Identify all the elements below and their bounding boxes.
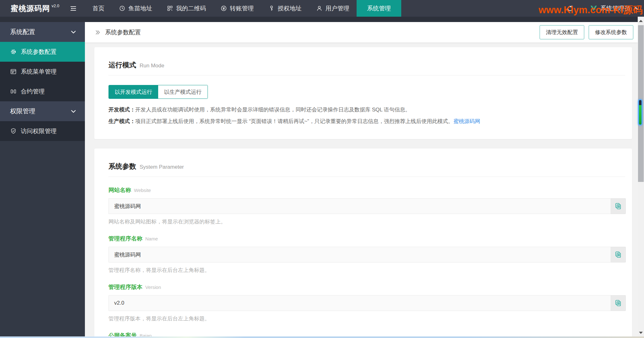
window-scrollbar <box>638 17 644 338</box>
sidebar-item-contracts[interactable]: 合约管理 <box>0 82 85 101</box>
sidebar-item-label: 系统参数配置 <box>21 48 57 56</box>
contract-icon <box>10 88 17 95</box>
nav-label: 转账管理 <box>230 4 254 13</box>
main-area: 系统参数配置 清理无效配置 修改系统参数 运行模式 Run Mode 以开发模式… <box>85 22 638 338</box>
admin-name-input[interactable] <box>108 247 611 262</box>
card-title: 运行模式 <box>108 60 136 70</box>
top-navbar: 蜜桃源码网 v2.0 首页 鱼苗地址 <box>0 0 644 17</box>
field-label: 管理程序名称 <box>108 235 142 242</box>
dev-mode-description: 开发模式：开发人员或在功能调试时使用，系统异常时会显示详细的错误信息，同时还会记… <box>108 106 626 114</box>
nav-item-user-management[interactable]: 用户管理 <box>309 0 357 17</box>
nav-item-fish-address[interactable]: 鱼苗地址 <box>112 0 159 17</box>
nav-item-system-management[interactable]: 系统管理 <box>357 0 401 17</box>
card-header: 系统参数 System Parameter <box>108 162 625 177</box>
nav-item-transfer[interactable]: 转账管理 <box>213 0 261 17</box>
toolbar: 清理无效配置 修改系统参数 <box>540 25 633 39</box>
scroll-position-marker[interactable] <box>638 99 642 126</box>
dev-mode-text: 开发人员或在功能调试时使用，系统异常时会显示详细的错误信息，同时还会记录操作日志… <box>135 107 411 113</box>
dev-mode-term: 开发模式： <box>108 107 135 113</box>
chevron-down-icon <box>71 110 76 113</box>
dev-mode-button[interactable]: 以开发模式运行 <box>109 85 158 99</box>
triangle-down-icon <box>639 332 643 334</box>
breadcrumb: 系统参数配置 <box>94 28 141 37</box>
field-admin-name: 管理程序名称 Name 管理程序名称，将显示在后台左上角标题。 <box>108 235 626 274</box>
content: 运行模式 Run Mode 以开发模式运行 以生产模式运行 开发模式：开发人员或… <box>85 42 638 338</box>
user-dropdown[interactable]: 系统管理员 <box>590 4 638 13</box>
copy-icon <box>615 251 622 258</box>
app-logo: 蜜桃源码网 v2.0 <box>0 0 61 17</box>
website-name-input[interactable] <box>108 198 611 214</box>
copy-icon <box>615 300 622 307</box>
card-subtitle: System Parameter <box>140 164 184 170</box>
header-shadow-band <box>0 17 644 22</box>
app-version: v2.0 <box>52 3 59 8</box>
user-icon <box>316 5 323 12</box>
card-subtitle: Run Mode <box>140 63 164 69</box>
nav-label: 鱼苗地址 <box>128 4 152 13</box>
modify-system-params-button[interactable]: 修改系统参数 <box>589 25 633 39</box>
sidebar-item-label: 合约管理 <box>21 87 45 96</box>
chevron-down-icon <box>71 30 76 34</box>
field-label: 网站名称 <box>108 186 131 194</box>
prod-mode-description: 生产模式：项目正式部署上线后使用，系统异常时统一显示 “页面错误！请稍后再试~”… <box>108 118 626 126</box>
double-chevron-right-icon <box>94 29 101 36</box>
clean-invalid-config-button[interactable]: 清理无效配置 <box>540 25 584 39</box>
group-label: 权限管理 <box>10 107 35 115</box>
refresh-icon <box>566 5 574 12</box>
nav-label: 系统管理 <box>367 4 391 13</box>
bottom-edge-strip <box>0 336 644 338</box>
sidebar-item-system-params[interactable]: 系统参数配置 <box>0 42 85 62</box>
page-title: 系统参数配置 <box>105 28 141 37</box>
chevron-up-icon <box>633 7 638 10</box>
top-menu: 首页 鱼苗地址 我的二维码 <box>85 0 401 17</box>
nav-item-home[interactable]: 首页 <box>85 0 112 17</box>
field-help: 管理程序版本，将显示在后台左上角标题。 <box>108 315 626 322</box>
card-title: 系统参数 <box>108 162 136 171</box>
copy-button[interactable] <box>611 247 626 262</box>
field-help: 管理程序名称，将显示在后台左上角标题。 <box>108 267 626 274</box>
field-help: 网站名称及网站图标，将显示在浏览器的标签上。 <box>108 218 626 225</box>
gear-icon <box>10 48 17 55</box>
prod-mode-term: 生产模式： <box>108 118 135 124</box>
vue-logo-icon <box>590 5 597 11</box>
sidebar: 系统配置 系统参数配置 系统菜单管理 <box>0 22 85 338</box>
hamburger-icon <box>69 5 77 12</box>
nav-label: 授权地址 <box>278 4 302 13</box>
copy-icon <box>615 203 622 210</box>
run-mode-card: 运行模式 Run Mode 以开发模式运行 以生产模式运行 开发模式：开发人员或… <box>94 47 632 139</box>
field-sublabel: Name <box>145 236 158 241</box>
prod-mode-button[interactable]: 以生产模式运行 <box>158 85 208 99</box>
nav-label: 我的二维码 <box>176 4 206 13</box>
field-website-name: 网站名称 Website 网站名称及网站图标，将显示在浏览器的标签上。 <box>108 186 626 225</box>
sidebar-item-label: 系统菜单管理 <box>21 68 57 76</box>
field-admin-version: 管理程序版本 Version 管理程序版本，将显示在后台左上角标题。 <box>108 283 626 322</box>
nav-item-auth-address[interactable]: 授权地址 <box>261 0 309 17</box>
admin-version-input[interactable] <box>108 295 611 311</box>
menu-panel-icon <box>10 68 17 75</box>
field-sublabel: Website <box>134 188 151 193</box>
nav-item-my-qrcode[interactable]: 我的二维码 <box>159 0 213 17</box>
nav-label: 用户管理 <box>325 4 349 13</box>
breadcrumb-bar: 系统参数配置 清理无效配置 修改系统参数 <box>85 22 638 42</box>
sidebar-group-system-config[interactable]: 系统配置 <box>0 22 85 42</box>
site-link[interactable]: 蜜桃源码网 <box>453 118 480 124</box>
sidebar-item-system-menus[interactable]: 系统菜单管理 <box>0 62 85 82</box>
key-icon <box>268 5 275 12</box>
system-params-card: 系统参数 System Parameter 网站名称 Website <box>94 149 632 338</box>
sidebar-collapse-button[interactable] <box>61 0 85 17</box>
field-sublabel: Version <box>145 284 161 290</box>
triangle-up-icon <box>639 20 643 22</box>
scroll-up-button[interactable] <box>638 17 644 25</box>
copy-button[interactable] <box>611 198 626 214</box>
nav-label: 首页 <box>92 4 104 13</box>
qrcode-icon <box>167 5 173 12</box>
marker-cap <box>639 100 641 105</box>
sidebar-item-access-permissions[interactable]: 访问权限管理 <box>0 121 85 141</box>
sidebar-item-label: 访问权限管理 <box>21 127 57 135</box>
scroll-down-button[interactable] <box>638 329 644 337</box>
refresh-button[interactable] <box>566 5 574 12</box>
run-mode-toggle: 以开发模式运行 以生产模式运行 <box>108 85 208 99</box>
copy-button[interactable] <box>611 295 626 311</box>
sidebar-group-permissions[interactable]: 权限管理 <box>0 101 85 121</box>
group-label: 系统配置 <box>10 28 35 36</box>
